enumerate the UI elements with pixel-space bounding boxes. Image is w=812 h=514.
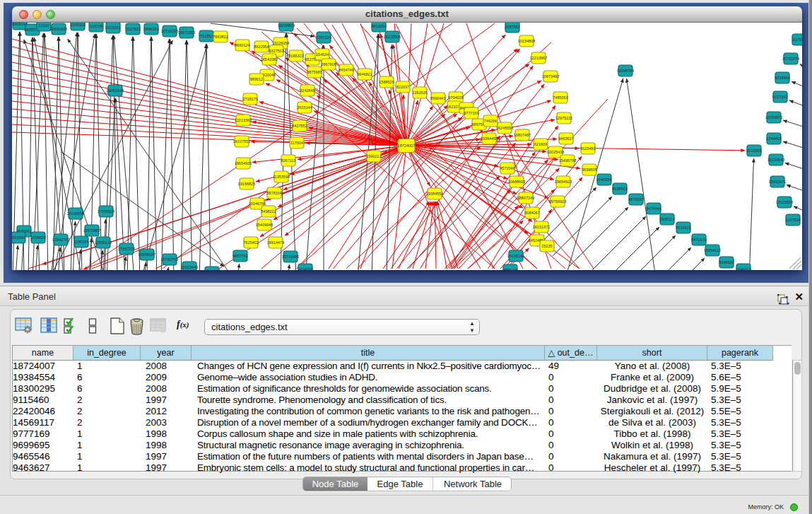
svg-text:10958107: 10958107 — [139, 252, 155, 257]
svg-text:10046766: 10046766 — [249, 201, 266, 206]
svg-text:16033809: 16033809 — [278, 23, 295, 28]
svg-text:19218506: 19218506 — [384, 35, 401, 39]
svg-text:18807249: 18807249 — [517, 196, 534, 200]
svg-text:20691406: 20691406 — [50, 27, 67, 31]
svg-text:989012: 989012 — [250, 77, 263, 81]
svg-text:12213369: 12213369 — [235, 118, 252, 122]
svg-text:15692971: 15692971 — [769, 180, 786, 184]
svg-text:9646821: 9646821 — [357, 72, 372, 76]
svg-text:15409948: 15409948 — [256, 223, 273, 227]
svg-text:6879197: 6879197 — [628, 197, 643, 201]
svg-text:16210643: 16210643 — [767, 158, 784, 162]
svg-text:19654923: 19654923 — [555, 180, 572, 184]
svg-text:1640954: 1640954 — [596, 177, 611, 182]
svg-text:7625402: 7625402 — [243, 240, 258, 245]
svg-text:621609: 621609 — [534, 142, 547, 146]
svg-text:8267110: 8267110 — [281, 158, 295, 163]
svg-text:9474444: 9474444 — [646, 206, 661, 211]
svg-text:1117205: 1117205 — [792, 37, 802, 42]
svg-text:16543382: 16543382 — [261, 57, 278, 62]
svg-text:751552: 751552 — [200, 34, 213, 38]
svg-text:3875685: 3875685 — [307, 70, 322, 74]
svg-text:1527602: 1527602 — [125, 27, 140, 31]
svg-text:1156829: 1156829 — [30, 235, 45, 240]
svg-text:8938923: 8938923 — [612, 187, 627, 191]
svg-text:1362635: 1362635 — [412, 90, 427, 95]
svg-text:7632621: 7632621 — [676, 226, 690, 230]
svg-text:12213967: 12213967 — [530, 56, 547, 60]
svg-text:2087652: 2087652 — [505, 25, 519, 29]
svg-text:15495798: 15495798 — [559, 158, 576, 163]
svg-text:822037: 822037 — [396, 85, 409, 89]
svg-text:2603144: 2603144 — [297, 105, 312, 110]
svg-text:1588520: 1588520 — [379, 80, 394, 84]
svg-text:13975887: 13975887 — [83, 228, 100, 233]
svg-text:16648784: 16648784 — [617, 69, 634, 73]
svg-text:7663822: 7663822 — [213, 35, 228, 39]
svg-text:9084067: 9084067 — [524, 211, 539, 215]
svg-text:16782759: 16782759 — [161, 257, 178, 262]
svg-text:17957225: 17957225 — [118, 247, 135, 251]
svg-text:12505135: 12505135 — [95, 240, 112, 245]
svg-text:10688609: 10688609 — [508, 180, 525, 184]
svg-text:12975115: 12975115 — [555, 116, 572, 120]
svg-text:888123: 888123 — [504, 268, 517, 270]
svg-text:1604000: 1604000 — [298, 267, 312, 270]
svg-text:9327503: 9327503 — [269, 49, 283, 53]
svg-text:20206556: 20206556 — [67, 211, 84, 216]
svg-text:23364456: 23364456 — [481, 136, 498, 141]
svg-text:1145194: 1145194 — [73, 240, 88, 244]
svg-text:2718170: 2718170 — [242, 97, 257, 101]
svg-text:16107553: 16107553 — [233, 139, 250, 144]
svg-text:9857791: 9857791 — [233, 254, 247, 258]
svg-text:2390213: 2390213 — [366, 154, 381, 158]
svg-text:19384554: 19384554 — [426, 192, 443, 196]
svg-text:3215955: 3215955 — [746, 148, 761, 153]
svg-text:1040013: 1040013 — [736, 267, 751, 270]
svg-text:25235: 25235 — [541, 244, 552, 248]
svg-text:5498222: 5498222 — [261, 209, 276, 214]
svg-text:117004: 117004 — [290, 141, 303, 145]
svg-text:8186323: 8186323 — [288, 54, 303, 58]
svg-text:2935114: 2935114 — [659, 217, 674, 221]
svg-text:9463627: 9463627 — [558, 136, 573, 141]
svg-text:14136141: 14136141 — [507, 254, 524, 258]
svg-text:13226058: 13226058 — [272, 41, 289, 45]
svg-text:9329966: 9329966 — [775, 76, 789, 80]
svg-text:1623151: 1623151 — [105, 25, 120, 30]
svg-text:1244415: 1244415 — [766, 136, 781, 141]
svg-text:11353594: 11353594 — [273, 175, 290, 179]
svg-text:12923446: 12923446 — [181, 265, 198, 269]
svg-text:29053346: 29053346 — [107, 88, 124, 93]
svg-text:16245554: 16245554 — [496, 126, 513, 130]
svg-text:15751074: 15751074 — [782, 57, 799, 61]
svg-text:1167534: 1167534 — [785, 218, 800, 222]
svg-text:9699695: 9699695 — [582, 168, 596, 172]
svg-text:10154808: 10154808 — [518, 39, 535, 43]
svg-text:154634: 154634 — [316, 52, 329, 57]
svg-text:6794028: 6794028 — [448, 95, 463, 100]
svg-text:8660124: 8660124 — [235, 43, 249, 47]
svg-text:9242848: 9242848 — [300, 88, 314, 93]
svg-text:5878334: 5878334 — [266, 191, 281, 195]
svg-text:9245652: 9245652 — [719, 260, 734, 264]
svg-text:10025438: 10025438 — [547, 150, 564, 154]
svg-text:16671355: 16671355 — [178, 30, 195, 35]
svg-text:19166825: 19166825 — [238, 182, 255, 186]
svg-text:8912954: 8912954 — [254, 45, 269, 49]
svg-text:1065326: 1065326 — [70, 23, 85, 27]
svg-text:8471676: 8471676 — [691, 238, 706, 242]
svg-text:118738: 118738 — [90, 24, 102, 28]
svg-text:19654935: 19654935 — [235, 161, 252, 165]
svg-text:6466160: 6466160 — [143, 27, 158, 31]
svg-text:10654112: 10654112 — [704, 248, 721, 252]
svg-text:16914479: 16914479 — [267, 240, 284, 245]
svg-text:17359924: 17359924 — [98, 209, 114, 214]
svg-text:9227342: 9227342 — [772, 95, 787, 99]
svg-text:9115460: 9115460 — [580, 146, 595, 151]
svg-text:12942757: 12942757 — [52, 238, 69, 242]
svg-text:10973493: 10973493 — [542, 74, 559, 78]
svg-text:8990443: 8990443 — [430, 96, 445, 100]
svg-text:2867608: 2867608 — [321, 62, 336, 66]
svg-text:15716485: 15716485 — [282, 255, 299, 259]
